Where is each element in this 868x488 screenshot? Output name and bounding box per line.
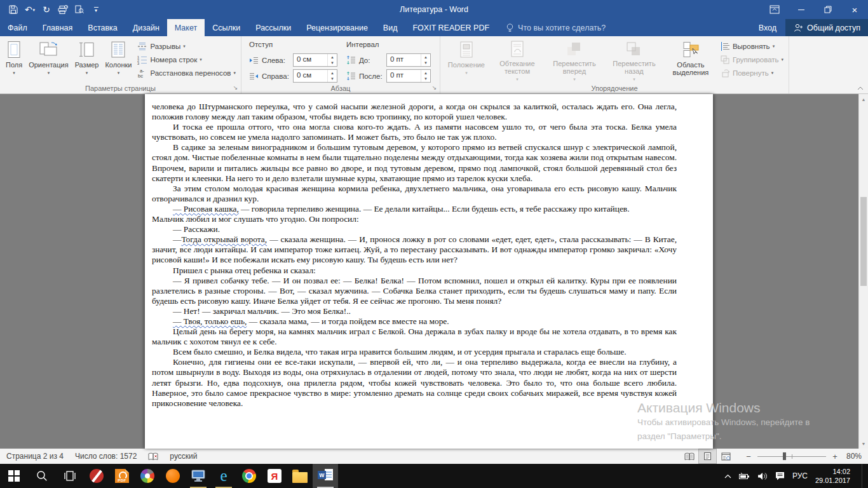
scrollbar-thumb[interactable]	[860, 197, 867, 286]
grammar-flagged-text[interactable]: — Твоя, только ешь,	[173, 316, 247, 326]
align-button[interactable]: Выровнять▾	[720, 41, 783, 51]
paragraph[interactable]: Пришел с рынка отец ребенка и сказал:	[152, 266, 677, 276]
zoom-slider-thumb[interactable]	[783, 452, 786, 460]
indent-right-input[interactable]: 0 см ▲▼	[293, 69, 337, 83]
read-mode-button[interactable]	[681, 449, 698, 463]
page-indicator[interactable]: Страница 2 из 4	[6, 452, 64, 461]
close-button[interactable]: ×	[841, 0, 868, 19]
scroll-down-icon[interactable]: ▼	[859, 439, 868, 448]
tab-design[interactable]: Дизайн	[125, 19, 167, 36]
paragraph[interactable]: человека до Штурманского переулка, что у…	[152, 102, 677, 122]
tab-mailings[interactable]: Рассылки	[248, 19, 299, 36]
grammar-flagged-text[interactable]: — Рисовая кашка,	[173, 204, 239, 214]
start-button[interactable]	[0, 464, 28, 488]
spacing-before-spinner[interactable]: ▲▼	[421, 54, 430, 66]
print-layout-button[interactable]	[699, 449, 716, 463]
taskbar-search-icon[interactable]	[28, 464, 56, 488]
keyboard-language[interactable]: РУС	[792, 471, 808, 480]
save-icon[interactable]	[5, 2, 22, 17]
taskbar-chrome-icon[interactable]	[236, 464, 262, 488]
zoom-slider[interactable]	[757, 452, 826, 461]
volume-icon[interactable]	[757, 472, 768, 480]
breaks-button[interactable]: Разрывы▾	[137, 41, 236, 51]
selection-pane-button[interactable]: Область выделения	[664, 38, 717, 83]
sign-in-button[interactable]: Вход	[750, 19, 785, 36]
paragraph[interactable]: — Рисовая кашка, — говорила терпеливо же…	[152, 204, 677, 214]
paragraph[interactable]: За этим столом молодая красивая женщина …	[152, 184, 677, 204]
taskbar-foxit-pdf-icon[interactable]: PDF	[109, 464, 135, 488]
paragraph[interactable]: Всем было смешно, и Белка видела, что та…	[152, 347, 677, 357]
vertical-scrollbar[interactable]: ▲ ▼	[858, 94, 868, 449]
paragraph[interactable]: — Расскажи.	[152, 224, 677, 234]
grammar-flagged-text[interactable]: Тогда открывай ворота,	[181, 234, 267, 244]
tell-me-box[interactable]: Что вы хотите сделать?	[497, 19, 614, 36]
spacing-after-input[interactable]: 0 пт ▲▼	[386, 69, 431, 83]
margins-button[interactable]: Поля ▾	[3, 38, 25, 83]
page-setup-dialog-launcher[interactable]: ↘	[231, 84, 240, 92]
columns-button[interactable]: Колонки ▾	[102, 38, 135, 83]
paragraph[interactable]: —Тогда открывай ворота, — сказала женщин…	[152, 234, 677, 265]
tab-view[interactable]: Вид	[376, 19, 405, 36]
taskbar-ccleaner-icon[interactable]	[84, 464, 109, 488]
print-preview-icon[interactable]	[71, 2, 88, 17]
quick-print-icon[interactable]	[55, 2, 71, 17]
taskbar-yandex-icon[interactable]: Я	[262, 464, 287, 488]
taskbar-remote-desktop-icon[interactable]	[186, 464, 211, 488]
paragraph[interactable]: В садике за зеленым виноградником и боль…	[152, 142, 677, 183]
action-center-icon[interactable]	[775, 471, 785, 480]
taskbar-file-explorer-icon[interactable]	[287, 464, 313, 488]
task-view-icon[interactable]	[56, 464, 84, 488]
share-button[interactable]: Общий доступ	[785, 19, 868, 36]
taskbar-word-icon[interactable]: w	[313, 464, 338, 488]
line-numbers-button[interactable]: 123 Номера строк▾	[137, 55, 236, 65]
indent-right-spinner[interactable]: ▲▼	[327, 70, 337, 82]
paragraph[interactable]: Целый день на берегу моря, на камнях мал…	[152, 327, 677, 347]
selection-pane-icon	[682, 40, 700, 59]
undo-icon[interactable]: ↶▾	[22, 2, 38, 17]
paragraph[interactable]: И тоска ее прошла оттого, что она могла …	[152, 122, 677, 142]
paragraph[interactable]: — Я привел собачку тебе. — И он позвал е…	[152, 276, 677, 306]
word-count[interactable]: Число слов: 1572	[75, 452, 137, 461]
paragraph-dialog-launcher[interactable]: ↘	[430, 84, 438, 92]
taskbar-avast-icon[interactable]	[160, 464, 186, 488]
paragraph[interactable]: Мальчик любил и мог слушать что угодно. …	[152, 214, 677, 224]
document-text[interactable]: человека до Штурманского переулка, что у…	[152, 102, 677, 409]
ribbon-display-options-icon[interactable]	[761, 0, 788, 19]
minimize-button[interactable]	[788, 0, 815, 19]
tab-foxit-reader-pdf[interactable]: FOXIT READER PDF	[405, 19, 497, 36]
redo-icon[interactable]: ↻	[38, 2, 55, 17]
tab-layout[interactable]: Макет	[167, 19, 205, 36]
paragraph[interactable]: — Твоя, только ешь, — сказала мама, — и …	[152, 316, 677, 327]
document-page[interactable]: человека до Штурманского переулка, что у…	[145, 94, 713, 449]
customize-qat-icon[interactable]: ▾	[88, 2, 104, 17]
indent-left-spinner[interactable]: ▲▼	[327, 54, 337, 66]
zoom-out-button[interactable]: −	[743, 452, 754, 461]
taskbar-internet-explorer-icon[interactable]: e	[211, 464, 236, 488]
indent-left-input[interactable]: 0 см ▲▼	[293, 53, 337, 67]
show-desktop-button[interactable]	[862, 464, 865, 488]
spacing-before-input[interactable]: 0 пт ▲▼	[386, 53, 431, 67]
tab-review[interactable]: Рецензирование	[299, 19, 376, 36]
tab-insert[interactable]: Вставка	[80, 19, 125, 36]
zoom-level[interactable]: 80%	[840, 452, 862, 461]
tab-home[interactable]: Главная	[35, 19, 81, 36]
collapse-ribbon-button[interactable]	[857, 86, 864, 90]
taskbar-picasa-icon[interactable]	[135, 464, 160, 488]
zoom-in-button[interactable]: +	[830, 452, 840, 461]
web-layout-button[interactable]	[717, 449, 735, 463]
paragraph[interactable]: — Нет! — закричал мальчик. — Это моя Бел…	[152, 306, 677, 316]
restore-button[interactable]	[815, 0, 841, 19]
size-button[interactable]: Размер ▾	[72, 38, 102, 83]
tray-chevron-icon[interactable]	[724, 474, 731, 478]
paragraph[interactable]: Конечно, для гигиены они ее все-таки иск…	[152, 357, 677, 408]
tab-file[interactable]: Файл	[0, 19, 35, 36]
scroll-up-icon[interactable]: ▲	[859, 95, 868, 104]
proofing-status-icon[interactable]	[148, 452, 158, 461]
battery-icon[interactable]	[739, 473, 750, 480]
language-indicator[interactable]: русский	[170, 452, 197, 461]
hyphenation-button[interactable]: a-bc Расстановка переносов▾	[137, 68, 236, 78]
tab-references[interactable]: Ссылки	[205, 19, 248, 36]
spacing-after-spinner[interactable]: ▲▼	[421, 70, 430, 82]
taskbar-clock[interactable]: 14:02 29.01.2017	[815, 467, 850, 485]
orientation-button[interactable]: Ориентация ▾	[25, 38, 71, 83]
